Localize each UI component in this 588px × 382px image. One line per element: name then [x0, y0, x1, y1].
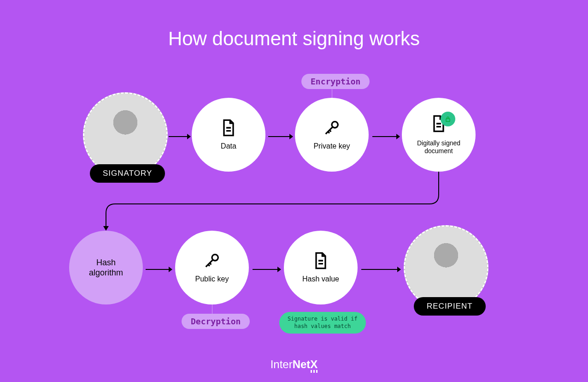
brand-part2: Net [293, 358, 311, 371]
encryption-tag-connector [332, 89, 332, 98]
svg-point-0 [332, 122, 338, 128]
node-private-key-label: Private key [313, 142, 350, 151]
node-hash-algo: Hashalgorithm [69, 231, 143, 304]
encryption-tag: Encryption [301, 74, 370, 89]
node-signed-doc: Digitally signed document [402, 98, 476, 172]
document-icon [219, 119, 238, 137]
arrow-icon [268, 132, 293, 141]
diagram-title: How document signing works [0, 28, 588, 50]
arrow-icon [146, 265, 172, 274]
connector-curve [101, 172, 442, 232]
arrow-icon [169, 132, 191, 141]
arrow-icon [253, 265, 281, 274]
lock-badge [441, 112, 455, 126]
document-icon [312, 251, 330, 270]
brand-part3: X [310, 358, 318, 371]
node-public-key: Public key [175, 231, 249, 304]
arrow-icon [361, 265, 401, 274]
node-data-label: Data [221, 142, 236, 151]
recipient-label-pill: RECIPIENT [414, 297, 486, 316]
svg-marker-13 [277, 267, 281, 272]
node-signed-doc-label: Digitally signed document [406, 139, 471, 155]
node-hash-value: Hash value [284, 231, 358, 304]
key-icon [203, 251, 221, 270]
key-icon [323, 119, 341, 137]
svg-marker-15 [397, 267, 401, 272]
svg-marker-3 [187, 134, 191, 139]
svg-point-9 [212, 255, 218, 261]
node-public-key-label: Public key [195, 275, 229, 284]
brand-part1: Inter [270, 358, 293, 371]
decryption-tag: Decryption [182, 314, 250, 329]
decryption-tag-connector [212, 304, 212, 314]
node-private-key: Private key [295, 98, 369, 172]
lock-icon [444, 115, 452, 123]
avatar [405, 227, 487, 309]
node-hash-value-label: Hash value [302, 275, 339, 284]
svg-rect-1 [446, 119, 450, 121]
brand-logo: InterNetX [270, 358, 318, 371]
svg-marker-5 [289, 134, 293, 139]
node-hash-algo-label: Hashalgorithm [89, 257, 123, 278]
svg-marker-7 [396, 134, 400, 139]
svg-marker-8 [103, 226, 109, 231]
arrow-icon [372, 132, 400, 141]
node-data: Data [192, 98, 265, 172]
avatar [84, 94, 166, 176]
svg-marker-11 [169, 267, 172, 272]
hash-valid-tag: Signature is valid if hash values match [279, 312, 366, 334]
node-hash-algo-text: Hashalgorithm [89, 258, 123, 278]
